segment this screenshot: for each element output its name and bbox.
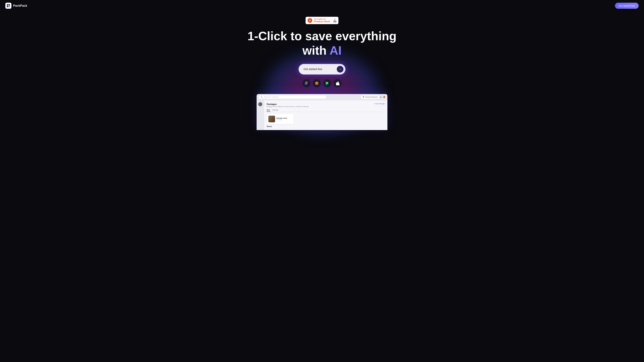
google-play-icon-button[interactable] [323, 79, 331, 87]
firefox-icon-button[interactable] [313, 79, 321, 87]
svg-rect-0 [7, 4, 8, 5]
ph-logo-icon: P [308, 18, 312, 23]
product-hunt-badge[interactable]: P FEATURED ON Product Hunt ▲ 93 [306, 17, 338, 24]
preview-topbar: 🔍 Search for anything Chrome Extension ▶… [256, 94, 388, 100]
logo-area[interactable]: PackPack [5, 3, 27, 9]
svg-rect-1 [8, 4, 10, 5]
preview-tabs: Mine Followed [267, 109, 385, 112]
main-cta-button[interactable]: Get started free → [298, 64, 346, 75]
headline-line1: 1-Click to save everything [248, 29, 396, 43]
saves-section-label: Saves [267, 125, 385, 127]
ph-featured-label: FEATURED ON [314, 18, 330, 20]
headline-with-prefix: with [302, 44, 330, 57]
chrome-extension-label: Chrome Extension [365, 96, 378, 98]
svg-rect-2 [7, 6, 8, 7]
packages-subtitle: Package is the collection of Saves that … [267, 106, 309, 107]
ph-score-area: ▲ 93 [334, 18, 336, 23]
hero-headline: 1-Click to save everything with AI [248, 29, 396, 58]
card-title: Example saves [276, 117, 287, 119]
sidebar-avatar [258, 102, 262, 106]
chrome-icon-button[interactable] [302, 79, 310, 87]
new-package-button[interactable]: + New Package [374, 103, 385, 105]
cta-arrow-icon: → [337, 66, 344, 72]
platform-icons-row [302, 79, 342, 87]
search-icon: 🔍 [260, 96, 263, 98]
preview-search-bar[interactable]: 🔍 Search for anything [259, 95, 326, 98]
preview-body: Packages Package is the collection of Sa… [256, 100, 388, 130]
card-thumbnail [268, 116, 275, 122]
chrome-extension-button[interactable]: Chrome Extension [361, 95, 379, 99]
headline-ai: AI [330, 44, 342, 57]
main-cta-label: Get started free [304, 68, 322, 71]
preview-sidebar [256, 100, 264, 130]
ph-product-hunt-name: Product Hunt [314, 20, 330, 23]
apple-icon-button[interactable] [334, 79, 342, 87]
ph-divider [332, 18, 332, 23]
preview-right-actions: Chrome Extension ▶ 🍎 [361, 95, 385, 99]
apple-small-icon: 🍎 [383, 96, 385, 98]
svg-point-7 [363, 96, 364, 97]
card-saves-count: 12 Saves [276, 119, 287, 120]
logo-icon [5, 3, 12, 9]
packages-title: Packages [267, 103, 309, 105]
navbar: PackPack Get started free [0, 0, 644, 11]
app-preview: 🔍 Search for anything Chrome Extension ▶… [256, 94, 388, 130]
nav-cta-button[interactable]: Get started free [615, 3, 639, 9]
ph-text-area: FEATURED ON Product Hunt [314, 18, 330, 23]
svg-rect-3 [8, 6, 10, 7]
play-store-small-icon: ▶ [380, 96, 382, 98]
main-cta-wrap: Get started free → [298, 64, 346, 75]
logo-text: PackPack [13, 4, 27, 7]
ph-score: 93 [334, 20, 336, 23]
preview-main-content: Packages Package is the collection of Sa… [264, 100, 388, 130]
hero-section: P FEATURED ON Product Hunt ▲ 93 1-Click … [0, 0, 644, 362]
search-placeholder-text: Search for anything [264, 96, 278, 98]
example-saves-card[interactable]: Example saves 12 Saves [267, 114, 294, 124]
tab-mine[interactable]: Mine [267, 109, 270, 112]
ph-upvote-arrow: ▲ [334, 18, 336, 20]
tab-followed[interactable]: Followed [272, 109, 278, 112]
